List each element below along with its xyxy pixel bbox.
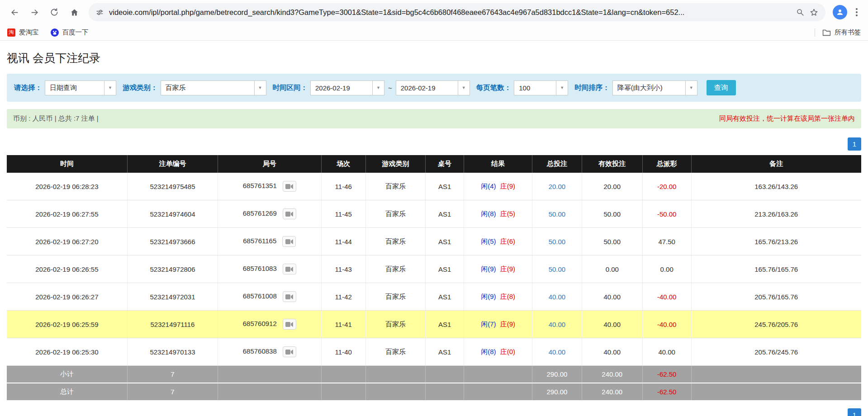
- chevron-down-icon[interactable]: ▼: [255, 80, 266, 95]
- chevron-down-icon[interactable]: ▼: [458, 80, 470, 95]
- cell-round-id: 685761083: [218, 255, 322, 283]
- video-replay-button[interactable]: [283, 346, 296, 357]
- search-button[interactable]: 查询: [707, 80, 736, 95]
- video-replay-button[interactable]: [283, 291, 296, 302]
- cell-total-bet[interactable]: 20.00: [532, 173, 582, 200]
- bet-table-header-row: 时间注单编号局号场次游戏类别桌号结果总投注有效投注总派彩备注: [7, 155, 861, 173]
- page-number-button[interactable]: 1: [848, 408, 861, 416]
- chevron-down-icon[interactable]: ▼: [104, 80, 116, 95]
- video-replay-button[interactable]: [283, 319, 296, 330]
- cell-result: 闲(8) 庄(0): [464, 338, 532, 366]
- page-content: 视讯 会员下注纪录 请选择： 日期查询 ▼ 游戏类别： 百家乐 ▼ 时间区间： …: [0, 51, 868, 416]
- query-type-label: 请选择：: [14, 83, 42, 93]
- table-row: 2026-02-19 06:27:55 523214974604 6857612…: [7, 200, 861, 228]
- subtotal-valid-bet: 240.00: [582, 366, 642, 383]
- cell-remark: 245.76/205.76: [691, 311, 861, 338]
- video-replay-button[interactable]: [283, 208, 296, 219]
- cell-payout: -40.00: [642, 311, 691, 338]
- subtotal-row: 小计 7 290.00 240.00 -62.50: [7, 366, 861, 383]
- column-header: 场次: [321, 155, 365, 173]
- reload-button[interactable]: [45, 3, 63, 21]
- profile-avatar[interactable]: [833, 5, 847, 19]
- bookmarks-bar: 淘 爱淘宝 百度一下 所有书签: [0, 24, 868, 41]
- chevron-down-icon[interactable]: ▼: [686, 80, 697, 95]
- page-size-select[interactable]: 100 ▼: [514, 80, 568, 95]
- forward-button[interactable]: [25, 3, 43, 21]
- column-header: 注单编号: [127, 155, 218, 173]
- cell-round-id: 685760912: [218, 311, 322, 338]
- table-row: 2026-02-19 06:26:27 523214972031 6857610…: [7, 283, 861, 311]
- column-header: 游戏类别: [365, 155, 425, 173]
- cell-total-bet[interactable]: 40.00: [532, 338, 582, 366]
- cell-total-bet[interactable]: 40.00: [532, 283, 582, 311]
- result-banker: 庄(5): [500, 210, 515, 217]
- cell-game-type: 百家乐: [365, 228, 425, 255]
- video-replay-button[interactable]: [283, 264, 296, 274]
- address-bar[interactable]: videoie.com/ipl/portal.php/game/betrecor…: [89, 3, 825, 21]
- result-player: 闲(9): [481, 265, 496, 273]
- bookmark-taobao[interactable]: 淘 爱淘宝: [7, 28, 39, 37]
- bet-records-table: 时间注单编号局号场次游戏类别桌号结果总投注有效投注总派彩备注 2026-02-1…: [7, 155, 861, 401]
- cell-remark: 205.76/165.76: [691, 283, 861, 311]
- cell-bet-id: 523214975485: [127, 173, 218, 200]
- cell-remark: 165.76/213.26: [691, 228, 861, 255]
- time-sort-value: 降幂(由大到小): [612, 80, 686, 95]
- back-button[interactable]: [5, 3, 24, 21]
- chevron-down-icon[interactable]: ▼: [556, 80, 568, 95]
- round-id-text: 685761269: [243, 209, 277, 217]
- date-to-select[interactable]: 2026-02-19 ▼: [396, 80, 470, 95]
- cell-session: 11-46: [321, 173, 365, 200]
- cell-round-id: 685761351: [218, 173, 322, 200]
- cell-result: 闲(4) 庄(9): [464, 173, 532, 200]
- cell-round-id: 685761165: [218, 228, 322, 255]
- video-camera-icon: [285, 184, 293, 189]
- video-camera-icon: [285, 321, 293, 327]
- menu-kebab-icon[interactable]: [851, 8, 863, 16]
- cell-bet-id: 523214973666: [127, 228, 218, 255]
- site-info-icon[interactable]: [96, 9, 104, 16]
- cell-result: 闲(5) 庄(6): [464, 228, 532, 255]
- cell-round-id: 685761008: [218, 283, 322, 311]
- cell-total-bet[interactable]: 50.00: [532, 200, 582, 228]
- cell-result: 闲(7) 庄(9): [464, 311, 532, 338]
- game-type-label: 游戏类别：: [123, 83, 158, 93]
- page-size-label: 每页笔数：: [476, 83, 512, 93]
- cell-remark: 213.26/163.26: [691, 200, 861, 228]
- cell-remark: 163.26/143.26: [691, 173, 861, 200]
- cell-total-bet[interactable]: 50.00: [532, 255, 582, 283]
- date-from-select[interactable]: 2026-02-19 ▼: [310, 80, 384, 95]
- time-sort-select[interactable]: 降幂(由大到小) ▼: [612, 80, 697, 95]
- cell-session: 11-44: [321, 228, 365, 255]
- video-replay-button[interactable]: [283, 181, 296, 192]
- bookmark-star-icon[interactable]: [810, 8, 818, 17]
- round-id-text: 685760912: [243, 320, 277, 327]
- subtotal-count: 7: [127, 366, 218, 383]
- query-type-select[interactable]: 日期查询 ▼: [45, 80, 116, 95]
- result-banker: 庄(8): [500, 293, 515, 300]
- taobao-icon: 淘: [7, 28, 15, 37]
- result-player: 闲(9): [481, 293, 496, 300]
- chevron-down-icon[interactable]: ▼: [373, 80, 384, 95]
- folder-icon: [822, 29, 831, 36]
- cell-payout: 0.00: [642, 255, 691, 283]
- game-type-select[interactable]: 百家乐 ▼: [161, 80, 266, 95]
- cell-remark: 205.76/245.76: [691, 338, 861, 366]
- bookmark-baidu[interactable]: 百度一下: [51, 28, 89, 37]
- total-label: 总计: [7, 383, 127, 401]
- table-row: 2026-02-19 06:25:30 523214970133 6857608…: [7, 338, 861, 366]
- cell-table-no: AS1: [426, 173, 464, 200]
- cell-game-type: 百家乐: [365, 283, 425, 311]
- all-bookmarks-label: 所有书签: [835, 28, 861, 37]
- zoom-icon[interactable]: [796, 8, 804, 16]
- video-replay-button[interactable]: [282, 236, 296, 247]
- cell-total-bet[interactable]: 50.00: [532, 228, 582, 255]
- column-header: 结果: [464, 155, 532, 173]
- cell-total-bet[interactable]: 40.00: [532, 311, 582, 338]
- page-number-button[interactable]: 1: [848, 137, 861, 151]
- cell-session: 11-41: [321, 311, 365, 338]
- home-button[interactable]: [65, 3, 83, 21]
- cell-table-no: AS1: [426, 338, 464, 366]
- column-header: 时间: [7, 155, 127, 173]
- all-bookmarks-button[interactable]: 所有书签: [822, 28, 861, 37]
- reload-icon: [50, 8, 59, 17]
